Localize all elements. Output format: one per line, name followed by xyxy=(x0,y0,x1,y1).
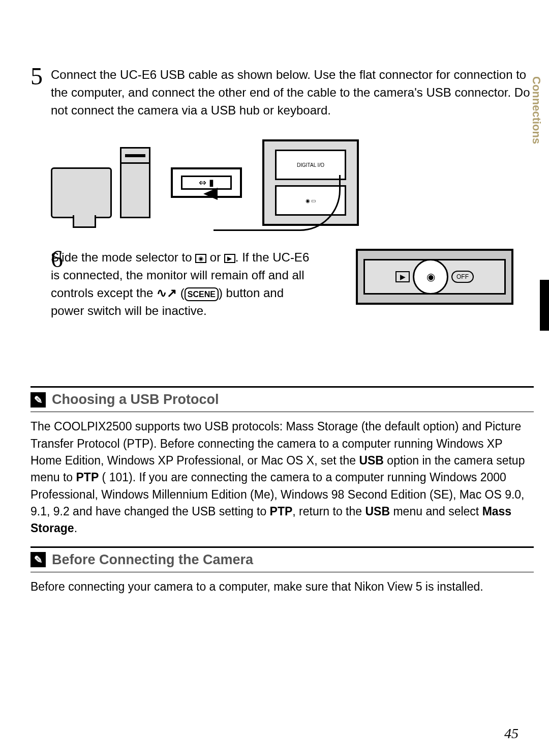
tower-icon xyxy=(120,147,150,218)
section-usb-protocol-body: The COOLPIX2500 supports two USB protoco… xyxy=(30,418,534,537)
connection-diagram: ⇔ ▮ DIGITAL I/O ◉ ▭ xyxy=(51,132,534,234)
page-number: 45 xyxy=(504,725,518,742)
step-number: 5 xyxy=(30,62,43,90)
selector-dial: ◉ xyxy=(413,259,448,295)
transfer-icon: ∿↗ xyxy=(157,286,177,300)
step-number: 6 xyxy=(51,245,63,273)
step-6: 6 Slide the mode selector to ◉ or ▶. If … xyxy=(30,249,534,340)
section-title: Before Connecting the Camera xyxy=(52,552,253,568)
edge-tab xyxy=(540,280,549,331)
monitor-icon xyxy=(51,167,112,218)
step-6-text: Slide the mode selector to ◉ or ▶. If th… xyxy=(51,249,315,319)
section-title: Choosing a USB Protocol xyxy=(52,392,219,408)
section-before-connecting-heading: ✎ Before Connecting the Camera xyxy=(30,546,534,572)
section-before-connecting-body: Before connecting your camera to a compu… xyxy=(30,578,534,595)
manual-page: Connections 5 Connect the UC-E6 USB cabl… xyxy=(0,0,549,756)
note-icon: ✎ xyxy=(30,392,46,408)
off-label: OFF xyxy=(451,271,474,283)
step-5-text: Connect the UC-E6 USB cable as shown bel… xyxy=(51,66,534,119)
section-usb-protocol-heading: ✎ Choosing a USB Protocol xyxy=(30,386,534,412)
playback-mode-icon: ▶ xyxy=(224,254,235,263)
camera-mode-icon: ◉ xyxy=(195,254,206,263)
playback-icon: ▶ xyxy=(395,271,410,282)
mode-selector-illustration: ▶ ◉ OFF xyxy=(356,249,513,305)
step-5: 5 Connect the UC-E6 USB cable as shown b… xyxy=(30,66,534,119)
cable-path xyxy=(214,175,341,231)
computer-illustration xyxy=(51,147,150,218)
note-icon: ✎ xyxy=(30,552,46,567)
scene-button-label: SCENE xyxy=(185,287,219,301)
